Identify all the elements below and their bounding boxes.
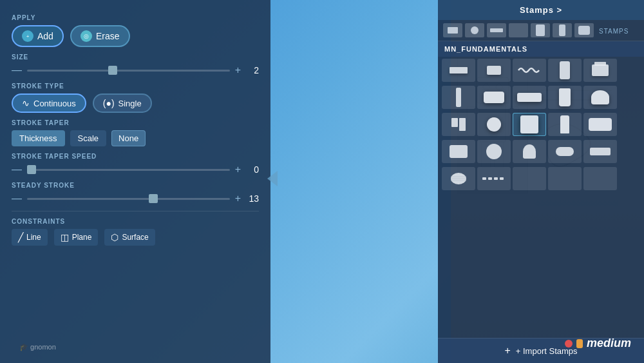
- erase-button[interactable]: ◎ Erase: [70, 25, 130, 47]
- erase-icon: ◎: [80, 30, 92, 42]
- plane-button[interactable]: ◫ Plane: [54, 229, 99, 246]
- svg-rect-18: [500, 177, 504, 180]
- stamp-item-r5c1[interactable]: [442, 167, 475, 190]
- stamp-item-r1c5[interactable]: [583, 59, 617, 82]
- stamp-item-r3c2[interactable]: [477, 113, 511, 136]
- svg-rect-17: [494, 177, 498, 180]
- top-thumb-4[interactable]: [509, 23, 528, 37]
- steady-stroke-label: STEADY STROKE: [12, 182, 259, 189]
- speed-slider-thumb[interactable]: [27, 165, 36, 174]
- steady-value: 13: [246, 193, 259, 204]
- stroke-taper-label: STROKE TAPER: [12, 119, 259, 126]
- stroke-type-label: STROKE TYPE: [12, 83, 259, 90]
- stamp-item-r2c1[interactable]: [442, 86, 475, 109]
- stamp-row-3: [438, 111, 644, 138]
- stamps-section-label: STAMPS: [599, 28, 629, 35]
- thumb-shape-7: [578, 26, 590, 35]
- stamps-label: STAMPS: [596, 25, 639, 36]
- thumb-shape-6: [559, 25, 565, 36]
- size-slider-thumb[interactable]: [108, 66, 117, 75]
- add-icon: +: [22, 30, 33, 42]
- size-row: — + 2: [12, 64, 259, 76]
- top-thumb-2[interactable]: [465, 23, 484, 37]
- stamp-item-r4c2[interactable]: [477, 140, 511, 163]
- scale-button[interactable]: Scale: [70, 130, 107, 146]
- top-thumb-6[interactable]: [553, 23, 572, 37]
- thickness-label: Thickness: [19, 133, 57, 143]
- constraints-row: ╱ Line ◫ Plane ⬡ Surface: [12, 229, 259, 246]
- add-button[interactable]: + Add: [12, 25, 64, 47]
- surface-icon: ⬡: [111, 232, 118, 242]
- top-thumb-7[interactable]: [574, 23, 594, 37]
- apply-row: + Add ◎ Erase: [12, 25, 259, 47]
- constraints-label: CONSTRAINTS: [12, 218, 259, 225]
- speed-slider[interactable]: [27, 169, 230, 171]
- line-button[interactable]: ╱ Line: [12, 229, 48, 246]
- continuous-button[interactable]: ∿ Continuous: [12, 93, 86, 113]
- continuous-icon: ∿: [22, 98, 30, 108]
- stamp-item-r1c1[interactable]: [442, 59, 475, 82]
- stamp-item-r2c2[interactable]: [477, 86, 511, 109]
- speed-value: 0: [246, 164, 259, 175]
- stamps-panel: Stamps > STAMPS MN_FUNDAMENTALS: [438, 0, 644, 363]
- stamp-item-r2c3[interactable]: [513, 86, 546, 109]
- speed-decrease-button[interactable]: —: [12, 164, 22, 175]
- medium-dot-orange: [576, 339, 583, 348]
- stamp-item-r4c1[interactable]: [442, 140, 475, 163]
- stamp-item-r4c3[interactable]: [513, 140, 546, 163]
- single-button[interactable]: (●) Single: [93, 93, 152, 113]
- medium-logo: medium: [565, 337, 631, 350]
- stamp-item-r3c1[interactable]: [442, 113, 475, 136]
- continuous-label: Continuous: [33, 99, 76, 108]
- stamp-item-r2c5[interactable]: [583, 86, 617, 109]
- stamp-item-r5c2[interactable]: [477, 167, 511, 190]
- size-decrease-button[interactable]: —: [12, 64, 22, 76]
- steady-increase-button[interactable]: +: [235, 193, 241, 204]
- thumb-shape-2: [471, 26, 478, 34]
- add-label: Add: [37, 31, 53, 41]
- stroke-taper-speed-label: STROKE TAPER SPEED: [12, 153, 259, 160]
- thumb-shape-5: [536, 25, 545, 36]
- stamp-row-5: [438, 165, 644, 192]
- steady-slider[interactable]: [27, 198, 230, 200]
- taper-row: Thickness Scale None: [12, 130, 259, 146]
- apply-label: APPLY: [12, 14, 259, 21]
- stamp-item-r3c5[interactable]: [583, 113, 617, 136]
- none-badge: None: [111, 130, 146, 146]
- size-increase-button[interactable]: +: [235, 64, 241, 76]
- stamp-row-1: [438, 57, 644, 84]
- speed-increase-button[interactable]: +: [235, 164, 241, 175]
- stamp-item-r1c3[interactable]: [513, 59, 546, 82]
- speed-row: — + 0: [12, 164, 259, 175]
- scale-label: Scale: [78, 133, 99, 143]
- size-slider[interactable]: [27, 70, 230, 72]
- stamp-item-r5c5[interactable]: [583, 167, 617, 190]
- top-thumb-1[interactable]: [443, 23, 462, 37]
- stamp-row-4: [438, 138, 644, 165]
- steady-decrease-button[interactable]: —: [12, 193, 22, 204]
- surface-button[interactable]: ⬡ Surface: [104, 229, 155, 246]
- stamp-item-r4c5[interactable]: [583, 140, 617, 163]
- stamps-top-icons: STAMPS: [438, 20, 644, 41]
- gnomon-logo: 🎓 gnomon: [19, 343, 56, 351]
- steady-slider-thumb[interactable]: [149, 194, 158, 203]
- stamp-item-r3c4[interactable]: [548, 113, 582, 136]
- stamp-item-r4c4[interactable]: [548, 140, 582, 163]
- steady-row: — + 13: [12, 193, 259, 204]
- stamps-section-title: MN_FUNDAMENTALS: [438, 41, 644, 57]
- top-thumb-5[interactable]: [531, 23, 550, 37]
- surface-label: Surface: [122, 233, 148, 242]
- top-thumb-3[interactable]: [487, 23, 506, 37]
- stamp-item-r1c2[interactable]: [477, 59, 511, 82]
- gnomon-text: 🎓 gnomon: [19, 343, 56, 351]
- stamp-item-r2c4[interactable]: [548, 86, 582, 109]
- stamp-item-r5c4[interactable]: [548, 167, 582, 190]
- thickness-button[interactable]: Thickness: [12, 130, 65, 146]
- single-icon: (●): [103, 98, 115, 108]
- stamp-item-r3c3-selected[interactable]: [513, 113, 546, 136]
- stamp-item-r1c4[interactable]: [548, 59, 582, 82]
- stamp-row-2: [438, 84, 644, 111]
- medium-text: medium: [587, 337, 631, 350]
- plane-label: Plane: [72, 233, 92, 242]
- stamp-item-r5c3[interactable]: [513, 167, 546, 190]
